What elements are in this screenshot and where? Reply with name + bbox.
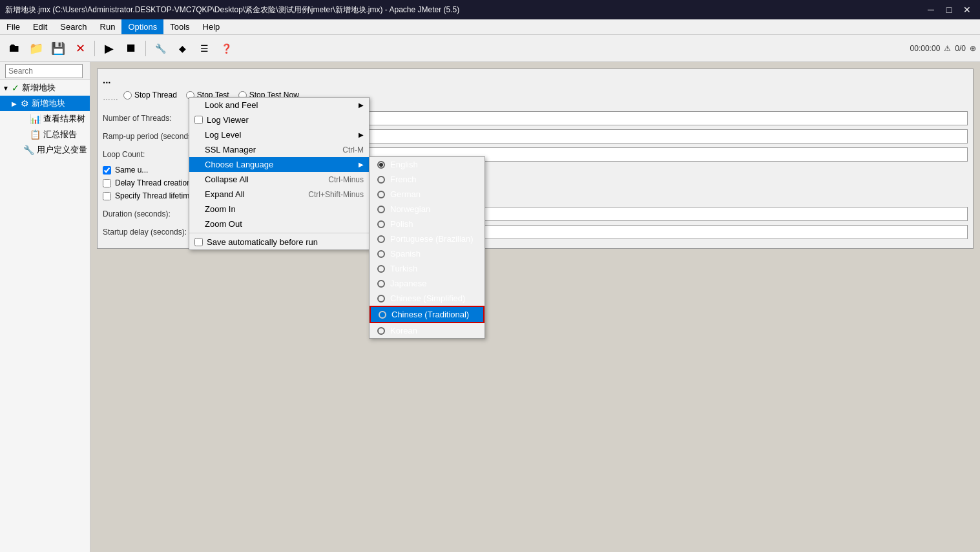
sidebar-item-result-tree[interactable]: 📊 查看结果树 xyxy=(0,111,90,127)
sidebar: ▼ ✓ 新增地块 ▶ ⚙ 新增地块 📊 查看结果树 📋 汇总报告 🔧 用户定义变… xyxy=(0,62,90,552)
sidebar-item-summary[interactable]: 📋 汇总报告 xyxy=(0,127,90,142)
lang-spanish[interactable]: Spanish xyxy=(370,246,485,261)
lang-polish[interactable]: Polish xyxy=(370,217,485,231)
toolbar-save[interactable]: 💾 xyxy=(48,38,68,59)
sidebar-label-vars: 用户定义变量 xyxy=(37,144,87,156)
menu-look-feel[interactable]: Look and Feel ▶ xyxy=(189,98,369,112)
german-label: German xyxy=(390,189,421,199)
delay-thread-checkbox[interactable] xyxy=(103,179,111,187)
toolbar-run[interactable]: ▶ xyxy=(99,38,120,59)
panel-subtitle: …… xyxy=(103,93,118,102)
lang-chinese-traditional[interactable]: Chinese (Traditional) xyxy=(370,306,485,323)
menu-tools[interactable]: Tools xyxy=(163,19,196,34)
collapse-shortcut: Ctrl-Minus xyxy=(328,175,364,184)
lang-english[interactable]: English xyxy=(370,157,485,172)
log-level-arrow: ▶ xyxy=(359,131,364,138)
portuguese-radio-icon xyxy=(377,235,385,243)
close-button[interactable]: ✕ xyxy=(959,3,975,16)
expand-icon-2: ▶ xyxy=(12,100,21,107)
zoom-in-label: Zoom In xyxy=(205,204,236,214)
menu-file[interactable]: File xyxy=(0,19,26,34)
norwegian-label: Norwegian xyxy=(390,204,430,214)
norwegian-radio-icon xyxy=(377,206,385,213)
menu-choose-language[interactable]: Choose Language ▶ English French German xyxy=(189,157,369,172)
same-user-checkbox[interactable] xyxy=(103,166,111,175)
polish-radio-icon xyxy=(377,220,385,228)
lang-portuguese[interactable]: Portuguese (Brazilian) xyxy=(370,231,485,246)
ssl-manager-label: SSL Manager xyxy=(205,145,256,154)
toolbar-icon3[interactable]: ☰ xyxy=(194,38,214,59)
menu-save-auto[interactable]: Save automatically before run xyxy=(189,235,369,249)
polish-label: Polish xyxy=(390,219,413,229)
menu-expand-all[interactable]: Expand All Ctrl+Shift-Minus xyxy=(189,187,369,202)
sidebar-item-vars[interactable]: 🔧 用户定义变量 xyxy=(0,142,90,158)
choose-language-arrow: ▶ xyxy=(359,161,364,168)
toolbar-icon1[interactable]: 🔧 xyxy=(150,38,171,59)
toolbar-stop[interactable]: ⏹ xyxy=(121,38,141,59)
warning-icon: ⚠ xyxy=(944,44,951,53)
stop-thread-input[interactable] xyxy=(123,91,132,100)
log-level-label: Log Level xyxy=(205,130,241,140)
menu-collapse-all[interactable]: Collapse All Ctrl-Minus xyxy=(189,172,369,187)
stop-thread-radio[interactable]: Stop Thread xyxy=(123,90,177,100)
menu-search[interactable]: Search xyxy=(54,19,93,34)
window-controls: ─ □ ✕ xyxy=(923,3,975,16)
toolbar-separator-2 xyxy=(145,41,146,56)
search-bar xyxy=(0,62,90,80)
choose-language-label: Choose Language xyxy=(205,160,273,169)
spanish-radio-icon xyxy=(377,250,385,258)
toolbar-separator-1 xyxy=(94,41,95,56)
toolbar-time-area: 00:00:00 ⚠ 0/0 ⊕ xyxy=(910,44,976,53)
lang-norwegian[interactable]: Norwegian xyxy=(370,202,485,217)
main-area: ▼ ✓ 新增地块 ▶ ⚙ 新增地块 📊 查看结果树 📋 汇总报告 🔧 用户定义变… xyxy=(0,62,980,552)
save-auto-checkbox[interactable] xyxy=(194,238,203,246)
sidebar-item-thread-group[interactable]: ▶ ⚙ 新增地块 xyxy=(0,96,90,111)
menu-log-viewer[interactable]: Log Viewer xyxy=(189,112,369,127)
title-bar: 新增地块.jmx (C:\Users\Administrator.DESKTOP… xyxy=(0,0,980,19)
maximize-button[interactable]: □ xyxy=(941,3,957,16)
options-separator xyxy=(189,233,369,233)
french-radio-icon xyxy=(377,176,385,184)
log-viewer-label: Log Viewer xyxy=(207,115,249,125)
chinese-simplified-radio-icon xyxy=(377,295,385,303)
toolbar-help[interactable]: ❓ xyxy=(216,38,236,59)
lang-turkish[interactable]: Turkish xyxy=(370,261,485,276)
menu-log-level[interactable]: Log Level ▶ xyxy=(189,127,369,142)
menu-ssl-manager[interactable]: SSL Manager Ctrl-M xyxy=(189,142,369,157)
toolbar-open[interactable]: 📁 xyxy=(26,38,47,59)
toolbar: 🖿 📁 💾 ✕ ▶ ⏹ 🔧 ◆ ☰ ❓ 00:00:00 ⚠ 0/0 ⊕ xyxy=(0,35,980,62)
specify-lifetime-checkbox[interactable] xyxy=(103,192,111,200)
menu-zoom-in[interactable]: Zoom In xyxy=(189,202,369,217)
menu-options[interactable]: Options xyxy=(121,19,163,34)
lang-korean[interactable]: Korean xyxy=(370,323,485,338)
english-label: English xyxy=(390,160,418,169)
portuguese-label: Portuguese (Brazilian) xyxy=(390,234,474,244)
lang-german[interactable]: German xyxy=(370,187,485,202)
toolbar-icon2[interactable]: ◆ xyxy=(172,38,193,59)
language-submenu: English French German Norwegian xyxy=(369,156,485,339)
japanese-radio-icon xyxy=(377,280,385,288)
log-viewer-checkbox[interactable] xyxy=(194,116,203,124)
lang-french[interactable]: French xyxy=(370,172,485,187)
stop-thread-label: Stop Thread xyxy=(134,90,177,100)
menu-help[interactable]: Help xyxy=(196,19,227,34)
search-input[interactable] xyxy=(5,64,83,78)
menu-run[interactable]: Run xyxy=(94,19,122,34)
menu-zoom-out[interactable]: Zoom Out xyxy=(189,217,369,231)
add-icon: ⊕ xyxy=(970,44,976,53)
menu-edit[interactable]: Edit xyxy=(26,19,54,34)
japanese-label: Japanese xyxy=(390,279,426,288)
chart-icon: 📊 xyxy=(30,114,41,124)
sidebar-item-root[interactable]: ▼ ✓ 新增地块 xyxy=(0,80,90,96)
minimize-button[interactable]: ─ xyxy=(923,3,939,16)
french-label: French xyxy=(390,175,416,184)
expand-icon: ▼ xyxy=(3,85,12,92)
expand-shortcut: Ctrl+Shift-Minus xyxy=(308,190,364,199)
toolbar-new[interactable]: 🖿 xyxy=(4,38,25,59)
save-auto-label: Save automatically before run xyxy=(207,237,318,247)
sidebar-label-thread: 新增地块 xyxy=(32,98,65,109)
lang-chinese-simplified[interactable]: Chinese (Simplified) xyxy=(370,291,485,306)
look-feel-label: Look and Feel xyxy=(205,100,258,110)
toolbar-close[interactable]: ✕ xyxy=(70,38,90,59)
lang-japanese[interactable]: Japanese xyxy=(370,276,485,291)
